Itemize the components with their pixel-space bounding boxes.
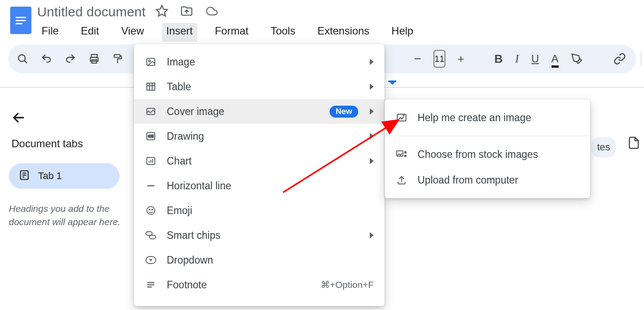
drawing-icon [145,130,157,142]
insert-table[interactable]: Table [134,74,384,99]
menu-label: Emoji [167,205,374,217]
insert-drawing[interactable]: Drawing [134,124,384,149]
submenu-arrow-icon [370,84,374,90]
tab-icon [19,169,30,183]
submenu-upload[interactable]: Upload from computer [385,167,590,193]
search-icon[interactable] [17,52,28,66]
chart-icon [145,155,157,167]
new-badge: New [330,106,358,118]
menu-file[interactable]: File [37,23,63,42]
image-icon [145,56,157,68]
tab-chip[interactable]: Tab 1 [9,163,119,189]
svg-point-32 [147,207,155,214]
menu-label: Footnote [167,279,321,291]
svg-point-33 [149,209,150,210]
increase-font-size[interactable]: + [458,52,464,66]
insert-smart-chips[interactable]: Smart chips [134,223,384,248]
highlight-icon[interactable] [571,52,583,66]
svg-rect-36 [150,235,156,239]
menu-label: Image [167,56,365,68]
decrease-font-size[interactable]: − [414,52,421,66]
menu-label: Smart chips [167,230,365,241]
insert-link-icon[interactable] [613,52,627,66]
menu-label: Choose from stock images [418,149,579,161]
move-to-drive-icon[interactable] [180,5,193,19]
menu-view[interactable]: View [117,23,149,42]
back-arrow-icon[interactable] [12,111,137,128]
footnote-icon [145,279,157,291]
menu-label: Drawing [167,130,365,142]
submenu-arrow-icon [370,108,374,115]
document-title[interactable]: Untitled document [37,4,146,19]
insert-emoji[interactable]: Emoji [134,198,384,223]
document-tabs-panel: Document tabs Tab 1 Headings you add to … [9,111,137,229]
svg-point-34 [152,209,153,210]
undo-icon[interactable] [41,52,52,66]
cover-image-submenu: Help me create an image Choose from stoc… [385,100,590,198]
menu-format[interactable]: Format [211,23,253,42]
svg-rect-6 [114,54,120,57]
dropdown-icon [145,254,157,266]
ruler-indent-marker-icon[interactable] [388,80,396,89]
redo-icon[interactable] [65,52,76,66]
svg-line-2 [24,61,27,63]
cloud-status-icon[interactable] [205,5,219,19]
text-color-button[interactable]: A [552,52,559,66]
document-tabs-title: Document tabs [12,138,137,150]
insert-menu-dropdown: Image Table Cover image New Drawing Char… [134,44,384,306]
document-outline-icon[interactable] [627,136,640,151]
bold-button[interactable]: B [494,52,503,66]
submenu-help-me-create[interactable]: Help me create an image [385,105,590,130]
svg-rect-19 [147,83,155,90]
svg-rect-35 [146,232,152,235]
svg-point-1 [19,55,25,61]
hr-icon [145,180,157,192]
insert-dropdown[interactable]: Dropdown [134,248,384,272]
menu-label: Cover image [167,106,330,118]
menu-edit[interactable]: Edit [77,23,104,42]
print-icon[interactable] [88,52,100,66]
separator [385,136,590,136]
emoji-icon [145,204,157,217]
docs-logo[interactable] [9,4,33,36]
menu-label: Table [167,81,365,93]
outline-hint-text: Headings you add to the document will ap… [9,202,137,229]
menu-extensions[interactable]: Extensions [313,23,374,42]
svg-point-18 [149,60,150,62]
svg-marker-38 [149,259,153,261]
stock-icon [395,148,408,161]
menu-tools[interactable]: Tools [266,23,300,42]
chips-icon [145,229,157,241]
menu-label: Dropdown [167,254,374,266]
menu-label: Horizontal line [167,180,374,192]
tab-label: Tab 1 [38,170,62,182]
paint-format-icon[interactable] [112,52,124,66]
star-icon[interactable] [155,4,169,19]
menu-help[interactable]: Help [387,23,418,42]
svg-point-25 [148,135,151,138]
insert-footnote[interactable]: Footnote ⌘+Option+F [134,272,384,297]
notes-chip-partial[interactable]: tes [591,137,616,157]
svg-rect-11 [388,80,396,82]
insert-image[interactable]: Image [134,50,384,74]
ai-image-icon [395,111,408,124]
docs-logo-icon [10,7,31,34]
insert-chart[interactable]: Chart [134,149,384,173]
insert-horizontal-line[interactable]: Horizontal line [134,173,384,198]
submenu-stock-images[interactable]: Choose from stock images [385,142,590,167]
italic-button[interactable]: I [515,52,519,66]
svg-rect-44 [404,151,406,153]
menu-label: Chart [167,155,365,167]
svg-marker-0 [157,6,168,16]
submenu-arrow-icon [370,59,374,65]
cover-image-icon [145,105,157,118]
menu-insert[interactable]: Insert [162,23,197,42]
header: Untitled document File Edit View Insert … [0,0,644,42]
font-size-input[interactable]: 11 [433,50,445,68]
submenu-arrow-icon [370,158,374,164]
upload-icon [395,174,408,186]
svg-rect-26 [151,135,153,138]
insert-cover-image[interactable]: Cover image New [134,99,384,124]
menu-label: Help me create an image [418,112,579,124]
underline-button[interactable]: U [531,52,539,66]
